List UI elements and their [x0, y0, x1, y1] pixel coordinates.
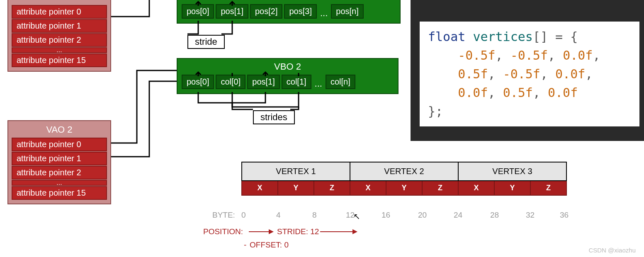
vao2-attr-15: attribute pointer 15 — [12, 186, 107, 200]
vbo2-cell-2: pos[1] — [247, 75, 279, 89]
cursor-icon: ↖ — [353, 211, 360, 221]
stride-text: STRIDE: 12 — [277, 227, 319, 236]
vao1-dots: ... — [12, 47, 107, 53]
code-num: 0.0f — [458, 85, 488, 100]
comp-cell: Z — [422, 181, 458, 195]
vbo2-dots: ... — [313, 78, 324, 89]
code-num: 0.0f — [555, 67, 585, 81]
byte-0: 0 — [241, 211, 246, 220]
stride-arrow-right — [320, 231, 357, 232]
code-num: 0.5f — [503, 85, 533, 100]
code-num: 0.0f — [563, 48, 593, 63]
vao-1-box: VAO 1 attribute pointer 0 attribute poin… — [7, 0, 111, 72]
byte-24: 24 — [454, 211, 462, 220]
vbo-1-box: VBO 1 pos[0] pos[1] pos[2] pos[3] ... po… — [177, 0, 401, 24]
byte-label: BYTE: — [212, 211, 235, 220]
code-num: 0.0f — [548, 85, 578, 100]
byte-4: 4 — [276, 211, 281, 220]
vbo-1-title: VBO 1 — [182, 0, 396, 2]
vbo-1-cells: pos[0] pos[1] pos[2] pos[3] ... pos[n] — [182, 4, 396, 19]
code-close: }; — [428, 104, 443, 119]
code-num: -0.5f — [510, 48, 548, 63]
comp-cell: X — [458, 181, 494, 195]
vao1-attr-2: attribute pointer 2 — [12, 33, 107, 47]
vertex-header-1: VERTEX 1 — [242, 162, 350, 181]
vbo2-stride-label: strides — [253, 110, 295, 124]
vbo-2-box: VBO 2 pos[0] col[0] pos[1] col[1] ... co… — [177, 58, 399, 94]
comp-cell: Z — [314, 181, 350, 195]
vbo1-cell-1: pos[1] — [216, 4, 248, 19]
vao2-attr-0: attribute pointer 0 — [12, 138, 107, 151]
byte-16: 16 — [382, 211, 390, 220]
vbo1-stride-label: stride — [187, 35, 225, 49]
comp-cell: Y — [278, 181, 314, 195]
vbo2-cell-1: col[0] — [216, 75, 245, 89]
vbo1-dots: ... — [318, 8, 329, 19]
vao-2-title: VAO 2 — [12, 124, 107, 135]
byte-36: 36 — [560, 211, 569, 220]
vao2-attr-2: attribute pointer 2 — [12, 166, 107, 179]
comp-cell: X — [242, 181, 278, 195]
vao-2-box: VAO 2 attribute pointer 0 attribute poin… — [7, 120, 111, 204]
code-brackets: [] = { — [533, 29, 578, 44]
vbo2-cell-3: col[1] — [282, 75, 311, 89]
offset-dash: - — [244, 240, 246, 250]
position-label: POSITION: — [203, 227, 243, 236]
byte-20: 20 — [418, 211, 427, 220]
watermark: CSDN @xiaozhu — [588, 247, 636, 254]
code-num: 0.5f — [458, 67, 488, 81]
vbo1-cell-2: pos[2] — [250, 4, 282, 19]
code-keyword: float — [428, 29, 465, 44]
offset-text: OFFSET: 0 — [250, 240, 289, 250]
byte-32: 32 — [526, 211, 535, 220]
code-num: -0.5f — [503, 67, 540, 81]
vao1-attr-15: attribute pointer 15 — [12, 53, 107, 67]
vbo-2-title: VBO 2 — [182, 61, 394, 72]
vertex-header-3: VERTEX 3 — [458, 162, 566, 181]
vao-1-title: VAO 1 — [12, 0, 107, 2]
vbo1-cell-n: pos[n] — [331, 4, 363, 19]
vbo2-cell-0: pos[0] — [182, 75, 214, 89]
code-snippet: float vertices[] = { -0.5f, -0.5f, 0.0f,… — [420, 22, 639, 126]
vbo1-cell-3: pos[3] — [284, 4, 316, 19]
comp-cell: Y — [494, 181, 530, 195]
vertex-header-2: VERTEX 2 — [350, 162, 458, 181]
code-num: -0.5f — [458, 48, 495, 63]
vao2-attr-1: attribute pointer 1 — [12, 152, 107, 165]
vbo2-cell-n: col[n] — [326, 75, 355, 89]
byte-28: 28 — [490, 211, 499, 220]
vertex-table: VERTEX 1 VERTEX 2 VERTEX 3 X Y Z X Y Z X… — [241, 162, 567, 196]
vao1-attr-0: attribute pointer 0 — [12, 5, 107, 19]
stride-arrow-left — [249, 231, 273, 232]
comp-cell: X — [350, 181, 386, 195]
code-identifier: vertices — [473, 29, 533, 44]
comp-cell: Y — [386, 181, 422, 195]
vao2-dots: ... — [12, 180, 107, 186]
comp-cell: Z — [530, 181, 566, 195]
vbo1-cell-0: pos[0] — [182, 4, 214, 19]
vbo-2-cells: pos[0] col[0] pos[1] col[1] ... col[n] — [182, 75, 394, 89]
byte-8: 8 — [312, 211, 317, 220]
vao1-attr-1: attribute pointer 1 — [12, 19, 107, 33]
